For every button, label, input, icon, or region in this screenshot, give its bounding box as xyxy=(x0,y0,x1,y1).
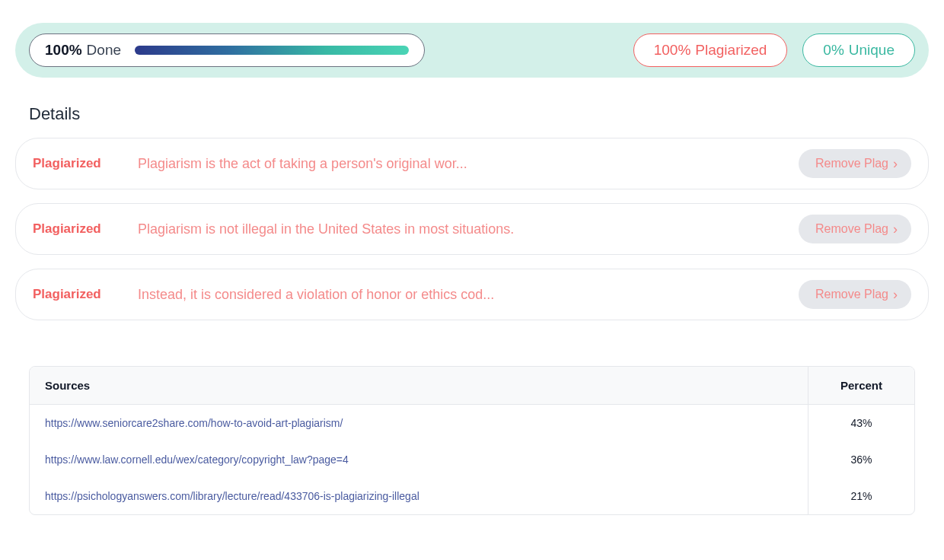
source-percent: 21% xyxy=(808,478,914,514)
detail-text: Plagiarism is not illegal in the United … xyxy=(138,221,777,237)
status-bar: 100% Done 100% Plagiarized 0% Unique xyxy=(15,23,929,78)
progress-text: 100% Done xyxy=(45,42,121,59)
progress-pill: 100% Done xyxy=(29,33,425,67)
remove-plag-label: Remove Plag xyxy=(815,222,888,236)
detail-row: Plagiarized Plagiarism is not illegal in… xyxy=(15,203,929,255)
details-list: Plagiarized Plagiarism is the act of tak… xyxy=(15,138,929,320)
source-link[interactable]: https://psichologyanswers.com/library/le… xyxy=(45,490,808,502)
remove-plag-button[interactable]: Remove Plag › xyxy=(799,280,911,309)
sources-table: Sources Percent https://www.seniorcare2s… xyxy=(29,366,915,515)
detail-text: Plagiarism is the act of taking a person… xyxy=(138,156,777,172)
remove-plag-label: Remove Plag xyxy=(815,157,888,170)
chevron-right-icon: › xyxy=(893,157,898,170)
unique-label: Unique xyxy=(849,42,895,59)
sources-header-source: Sources xyxy=(45,379,808,392)
remove-plag-button[interactable]: Remove Plag › xyxy=(799,215,911,243)
progress-bar xyxy=(135,46,409,55)
source-row: https://www.law.cornell.edu/wex/category… xyxy=(30,441,914,478)
plagiarized-label: Plagiarized xyxy=(695,42,767,59)
plagiarized-percent: 100% xyxy=(654,42,691,59)
source-link[interactable]: https://www.law.cornell.edu/wex/category… xyxy=(45,453,808,466)
details-heading: Details xyxy=(29,104,929,124)
remove-plag-button[interactable]: Remove Plag › xyxy=(799,149,911,178)
chevron-right-icon: › xyxy=(893,288,898,301)
detail-label: Plagiarized xyxy=(33,221,116,237)
unique-percent: 0% xyxy=(823,42,844,59)
remove-plag-label: Remove Plag xyxy=(815,288,888,301)
source-row: https://www.seniorcare2share.com/how-to-… xyxy=(30,405,914,441)
sources-header: Sources Percent xyxy=(30,367,914,405)
detail-row: Plagiarized Plagiarism is the act of tak… xyxy=(15,138,929,189)
source-link[interactable]: https://www.seniorcare2share.com/how-to-… xyxy=(45,417,808,429)
sources-header-percent: Percent xyxy=(808,367,914,404)
detail-label: Plagiarized xyxy=(33,156,116,171)
source-row: https://psichologyanswers.com/library/le… xyxy=(30,478,914,514)
detail-row: Plagiarized Instead, it is considered a … xyxy=(15,269,929,320)
unique-pill: 0% Unique xyxy=(802,33,915,67)
source-percent: 36% xyxy=(808,441,914,478)
sources-body: https://www.seniorcare2share.com/how-to-… xyxy=(30,405,914,514)
progress-percent: 100% xyxy=(45,42,82,59)
progress-status: Done xyxy=(87,42,121,59)
detail-text: Instead, it is considered a violation of… xyxy=(138,287,777,303)
detail-label: Plagiarized xyxy=(33,287,116,302)
source-percent: 43% xyxy=(808,405,914,441)
plagiarized-pill: 100% Plagiarized xyxy=(633,33,788,67)
chevron-right-icon: › xyxy=(893,222,898,236)
